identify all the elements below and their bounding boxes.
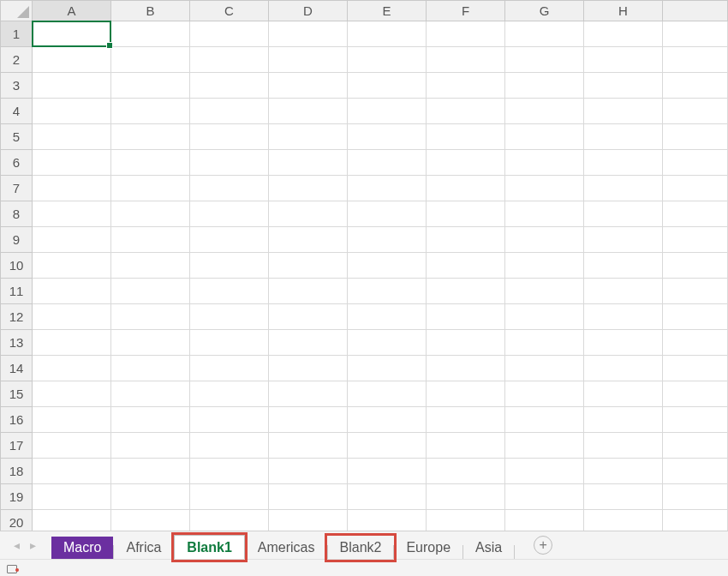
cell[interactable] <box>505 73 584 99</box>
cell[interactable] <box>33 279 111 304</box>
cell[interactable] <box>584 381 663 407</box>
cell[interactable] <box>584 21 663 47</box>
cell[interactable] <box>111 124 190 150</box>
cell[interactable] <box>190 73 269 99</box>
cell[interactable] <box>111 47 190 73</box>
cell[interactable] <box>505 99 584 124</box>
row-header[interactable]: 6 <box>1 150 33 176</box>
cell[interactable] <box>190 124 269 150</box>
cell[interactable] <box>33 433 111 459</box>
cell[interactable] <box>190 356 269 381</box>
cell[interactable] <box>111 484 190 510</box>
sheet-nav-next-icon[interactable]: ▸ <box>30 539 36 551</box>
cell[interactable] <box>348 176 427 201</box>
cell[interactable] <box>505 407 584 433</box>
cell[interactable] <box>348 21 427 47</box>
select-all-corner[interactable] <box>1 1 33 21</box>
cell[interactable] <box>269 356 348 381</box>
cell[interactable] <box>269 407 348 433</box>
cell[interactable] <box>427 279 505 304</box>
row-header[interactable]: 8 <box>1 201 33 227</box>
cell[interactable] <box>348 330 427 356</box>
cell[interactable] <box>348 510 427 531</box>
cell[interactable] <box>663 510 728 531</box>
row-header[interactable]: 10 <box>1 253 33 279</box>
cell[interactable] <box>111 304 190 330</box>
cell[interactable] <box>190 433 269 459</box>
cell[interactable] <box>584 304 663 330</box>
cell[interactable] <box>111 253 190 279</box>
cell[interactable] <box>427 227 505 253</box>
cell[interactable] <box>427 510 505 531</box>
cell[interactable] <box>348 227 427 253</box>
cell[interactable] <box>584 433 663 459</box>
cell[interactable] <box>190 279 269 304</box>
record-macro-icon[interactable] <box>7 563 21 573</box>
cell[interactable] <box>505 21 584 47</box>
cell[interactable] <box>33 381 111 407</box>
cell[interactable] <box>348 99 427 124</box>
cell[interactable] <box>33 47 111 73</box>
cell[interactable] <box>505 459 584 484</box>
row-header[interactable]: 14 <box>1 356 33 381</box>
cell[interactable] <box>190 201 269 227</box>
cell[interactable] <box>427 407 505 433</box>
cell[interactable] <box>111 99 190 124</box>
cell[interactable] <box>33 124 111 150</box>
cell[interactable] <box>505 484 584 510</box>
cell[interactable] <box>584 459 663 484</box>
cell[interactable] <box>111 201 190 227</box>
cell[interactable] <box>190 330 269 356</box>
cell[interactable] <box>663 73 728 99</box>
cell[interactable] <box>584 176 663 201</box>
cell[interactable] <box>269 99 348 124</box>
worksheet-grid[interactable]: A B C D E F G H 1 2 3 4 5 6 7 8 <box>0 0 728 531</box>
cell[interactable] <box>33 407 111 433</box>
add-sheet-button[interactable]: + <box>534 536 552 555</box>
row-header[interactable]: 18 <box>1 459 33 484</box>
sheet-nav-prev-icon[interactable]: ◂ <box>14 539 20 551</box>
cell[interactable] <box>111 459 190 484</box>
cell[interactable] <box>190 381 269 407</box>
cell[interactable] <box>33 150 111 176</box>
sheet-tab-blank1[interactable]: Blank1 <box>174 535 244 559</box>
row-header[interactable]: 11 <box>1 279 33 304</box>
cell[interactable] <box>584 150 663 176</box>
row-header[interactable]: 1 <box>1 21 33 47</box>
cell[interactable] <box>269 304 348 330</box>
cell[interactable] <box>269 510 348 531</box>
cell[interactable] <box>269 150 348 176</box>
row-header[interactable]: 15 <box>1 381 33 407</box>
cell[interactable] <box>663 279 728 304</box>
row-header[interactable]: 19 <box>1 484 33 510</box>
cell[interactable] <box>427 304 505 330</box>
cell[interactable] <box>427 73 505 99</box>
cell[interactable] <box>269 227 348 253</box>
cell[interactable] <box>663 253 728 279</box>
cell[interactable] <box>427 176 505 201</box>
row-header[interactable]: 4 <box>1 99 33 124</box>
cell[interactable] <box>663 150 728 176</box>
cell[interactable] <box>584 201 663 227</box>
cell[interactable] <box>584 47 663 73</box>
cell[interactable] <box>663 381 728 407</box>
cell[interactable] <box>33 99 111 124</box>
cell[interactable] <box>190 176 269 201</box>
cell[interactable] <box>33 201 111 227</box>
cell[interactable] <box>427 433 505 459</box>
cell[interactable] <box>190 99 269 124</box>
cell[interactable] <box>427 99 505 124</box>
cell[interactable] <box>663 407 728 433</box>
cell[interactable] <box>269 47 348 73</box>
cell[interactable] <box>427 201 505 227</box>
cell[interactable] <box>190 253 269 279</box>
cell-A1[interactable] <box>33 21 111 47</box>
cell[interactable] <box>348 433 427 459</box>
cell[interactable] <box>505 356 584 381</box>
cell[interactable] <box>190 407 269 433</box>
column-header[interactable]: D <box>269 1 348 21</box>
cell[interactable] <box>663 356 728 381</box>
cell[interactable] <box>505 279 584 304</box>
cell[interactable] <box>190 227 269 253</box>
cell[interactable] <box>190 304 269 330</box>
